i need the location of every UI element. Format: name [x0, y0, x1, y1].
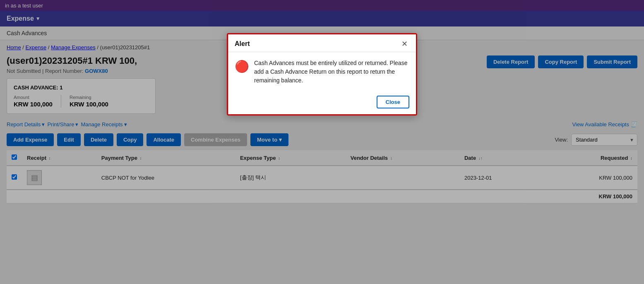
modal-header: Alert ✕	[228, 34, 416, 52]
modal-footer: Close	[228, 91, 416, 114]
modal-body: 🔴 Cash Advances must be entirely utilize…	[228, 52, 416, 91]
modal-message: Cash Advances must be entirely utilized …	[254, 59, 409, 85]
modal-close-button[interactable]: Close	[377, 96, 409, 108]
modal-close-x-button[interactable]: ✕	[400, 40, 409, 48]
alert-icon: 🔴	[235, 60, 249, 73]
alert-modal: Alert ✕ 🔴 Cash Advances must be entirely…	[227, 33, 417, 116]
modal-overlay: Alert ✕ 🔴 Cash Advances must be entirely…	[0, 0, 644, 203]
modal-title: Alert	[235, 40, 250, 48]
